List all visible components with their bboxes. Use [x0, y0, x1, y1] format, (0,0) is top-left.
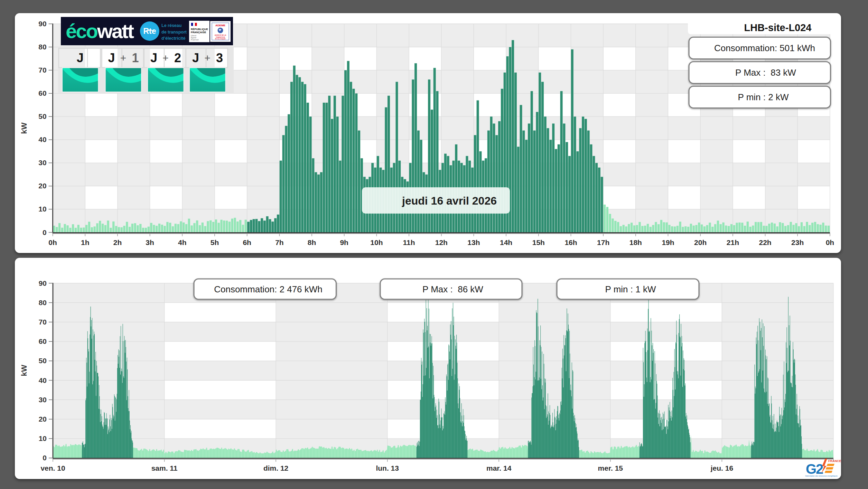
svg-text:ven. 10: ven. 10 — [40, 464, 65, 472]
svg-text:80: 80 — [38, 43, 46, 51]
svg-text:jeu. 16: jeu. 16 — [710, 464, 733, 472]
svg-text:J: J — [150, 51, 157, 65]
svg-text:P Max : 86 kW: P Max : 86 kW — [422, 284, 483, 294]
svg-text:dim. 12: dim. 12 — [263, 464, 288, 472]
svg-text:60: 60 — [38, 89, 46, 97]
svg-text:lun. 13: lun. 13 — [376, 464, 399, 472]
svg-text:Égalité: Égalité — [190, 36, 196, 39]
svg-text:kW: kW — [20, 122, 28, 134]
svg-text:10: 10 — [38, 205, 46, 213]
svg-text:30: 30 — [38, 159, 46, 167]
svg-text:de transport: de transport — [161, 30, 187, 35]
svg-text:Consommation: 501 kWh: Consommation: 501 kWh — [714, 43, 815, 53]
svg-text:jeudi 16 avril 2026: jeudi 16 avril 2026 — [402, 195, 497, 207]
svg-text:1h: 1h — [81, 238, 90, 246]
svg-text:18h: 18h — [629, 238, 642, 246]
svg-text:17h: 17h — [597, 238, 609, 246]
svg-text:Rte: Rte — [143, 27, 156, 36]
svg-text:21h: 21h — [727, 238, 739, 246]
svg-text:13h: 13h — [467, 238, 480, 246]
svg-text:RÉPUBLIQUE: RÉPUBLIQUE — [191, 28, 208, 31]
svg-text:15h: 15h — [532, 238, 545, 246]
svg-text:90: 90 — [39, 279, 47, 287]
svg-text:16h: 16h — [564, 238, 577, 246]
svg-text:22h: 22h — [759, 238, 772, 246]
svg-text:TRANSITION: TRANSITION — [216, 36, 225, 38]
svg-text:3h: 3h — [146, 238, 154, 246]
svg-text:6h: 6h — [243, 238, 251, 246]
svg-text:40: 40 — [38, 135, 46, 143]
svg-text:+: + — [162, 52, 169, 64]
svg-text:70: 70 — [39, 318, 47, 326]
svg-text:40: 40 — [39, 376, 47, 384]
svg-text:5h: 5h — [211, 238, 219, 246]
svg-text:P min : 2 kW: P min : 2 kW — [738, 92, 789, 102]
svg-text:50: 50 — [38, 112, 46, 120]
svg-text:2: 2 — [174, 51, 181, 65]
svg-text:Optimisation des ressources én: Optimisation des ressources énergétiques — [805, 475, 838, 477]
svg-text:19h: 19h — [662, 238, 674, 246]
svg-text:0h: 0h — [826, 238, 834, 246]
svg-text:8h: 8h — [308, 238, 316, 246]
svg-text:écowatt: écowatt — [66, 20, 134, 42]
svg-text:10: 10 — [39, 434, 47, 442]
svg-text:P min : 1 kW: P min : 1 kW — [605, 284, 656, 294]
svg-text:11h: 11h — [403, 238, 415, 246]
svg-text:1: 1 — [132, 51, 139, 65]
svg-text:60: 60 — [39, 337, 47, 345]
svg-text:FRANCE: FRANCE — [828, 459, 841, 463]
svg-text:30: 30 — [39, 396, 47, 404]
svg-text:2h: 2h — [113, 238, 122, 246]
svg-text:AGENCE DE LA: AGENCE DE LA — [215, 34, 226, 36]
svg-text:FRANÇAISE: FRANÇAISE — [191, 31, 206, 34]
svg-text:4h: 4h — [178, 238, 187, 246]
svg-text:kW: kW — [20, 365, 28, 376]
svg-text:Le réseau: Le réseau — [161, 23, 181, 28]
svg-text:70: 70 — [38, 66, 46, 74]
svg-text:7h: 7h — [275, 238, 284, 246]
svg-text:Fraternité: Fraternité — [190, 39, 199, 41]
svg-text:20h: 20h — [694, 238, 707, 246]
svg-text:J: J — [192, 51, 199, 65]
svg-text:J: J — [108, 51, 115, 65]
svg-text:23h: 23h — [791, 238, 804, 246]
svg-text:G2: G2 — [806, 461, 823, 477]
svg-text:50: 50 — [39, 357, 47, 365]
svg-text:J: J — [77, 51, 84, 65]
svg-text:ADEME: ADEME — [215, 24, 226, 27]
svg-text:mer. 15: mer. 15 — [598, 464, 623, 472]
svg-text:0: 0 — [43, 454, 47, 462]
svg-text:0h: 0h — [48, 238, 57, 246]
svg-text:80: 80 — [39, 299, 47, 307]
svg-text:90: 90 — [38, 20, 46, 28]
svg-text:Consommation: 2 476 kWh: Consommation: 2 476 kWh — [214, 284, 323, 294]
svg-text:10h: 10h — [370, 238, 383, 246]
svg-text:d’électricité: d’électricité — [161, 36, 186, 41]
svg-text:+: + — [120, 52, 127, 64]
svg-text:mar. 14: mar. 14 — [486, 464, 512, 472]
svg-text:20: 20 — [38, 182, 46, 190]
svg-text:P Max : 83 kW: P Max : 83 kW — [735, 67, 796, 78]
svg-text:12h: 12h — [435, 238, 448, 246]
svg-text:0: 0 — [43, 228, 47, 236]
svg-text:LHB-site-L024: LHB-site-L024 — [744, 22, 812, 33]
svg-text:14h: 14h — [500, 238, 512, 246]
svg-text:9h: 9h — [340, 238, 348, 246]
svg-text:+: + — [204, 52, 211, 64]
svg-text:3: 3 — [216, 51, 223, 65]
svg-text:sam. 11: sam. 11 — [151, 464, 178, 472]
svg-text:ÉCOLOGIQUE: ÉCOLOGIQUE — [215, 38, 226, 40]
svg-text:20: 20 — [39, 415, 47, 423]
